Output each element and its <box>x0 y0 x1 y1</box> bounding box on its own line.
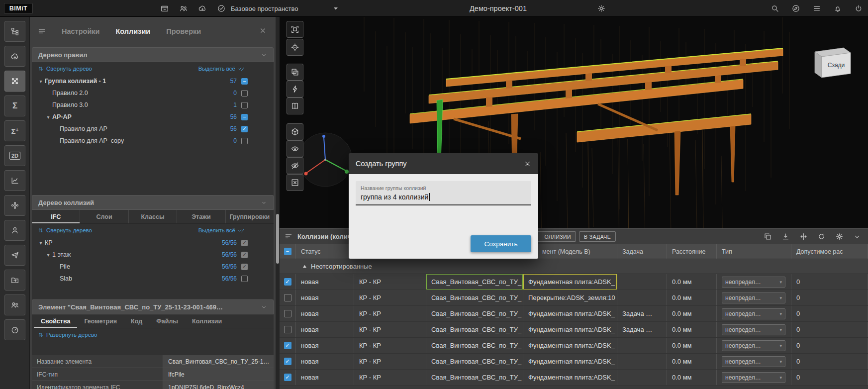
tree-item-checkbox[interactable] <box>241 102 248 108</box>
caret-down-icon[interactable]: ▾ <box>44 252 52 258</box>
chart-tool-button[interactable] <box>4 170 25 191</box>
tree-item[interactable]: Правило для АР56✓ <box>32 123 274 135</box>
tree-item-checkbox[interactable]: ✓ <box>241 240 248 246</box>
2d-view-tool-button[interactable]: 2D <box>4 145 25 166</box>
copy-button[interactable] <box>764 232 772 241</box>
model-tree-tool-button[interactable] <box>4 21 25 42</box>
group-name-input[interactable]: группа из 4 коллизий <box>361 193 526 201</box>
fit-columns-button[interactable] <box>799 232 808 241</box>
row-checkbox[interactable] <box>284 310 291 317</box>
check-circle-button[interactable] <box>215 2 228 15</box>
sections-tool-button[interactable] <box>287 97 303 114</box>
row-checkbox[interactable]: ✓ <box>284 358 291 365</box>
tab-IFC[interactable]: IFC <box>32 210 80 223</box>
eye-tool-button[interactable] <box>287 140 303 157</box>
tree-item[interactable]: Правило для АР_copy0 <box>32 135 274 147</box>
row-checkbox[interactable] <box>284 294 291 301</box>
user-tool-button[interactable] <box>4 220 25 241</box>
caret-down-icon[interactable]: ▾ <box>44 114 52 120</box>
row-checkbox[interactable] <box>284 326 291 333</box>
rules-tree-header[interactable]: Дерево правил <box>32 47 274 62</box>
collision-row[interactable]: новаяКР - КРСвая_Винтовая_СВС_по_ТУ_Пере… <box>280 290 868 306</box>
chevron-down-button[interactable] <box>853 233 861 241</box>
cloud-add-button[interactable] <box>196 2 209 15</box>
row-checkbox[interactable]: ✓ <box>284 342 291 349</box>
download-button[interactable] <box>781 232 790 241</box>
nav-cube[interactable]: Сзади <box>815 48 851 78</box>
caret-down-icon[interactable]: ▾ <box>37 79 45 84</box>
tree-item-checkbox[interactable]: ✓ <box>241 252 248 258</box>
refresh-button[interactable] <box>817 232 826 241</box>
focus-tool-button[interactable] <box>287 21 303 38</box>
tree-item[interactable]: Правило 2.00 <box>32 87 274 99</box>
type-dropdown[interactable]: неопредел…▾ <box>722 277 785 288</box>
collision-tool-button[interactable] <box>4 71 25 92</box>
export-folder-tool-button[interactable] <box>4 270 25 291</box>
tab-Файлы[interactable]: Файлы <box>149 314 185 328</box>
tree-item[interactable]: Правило 3.01 <box>32 99 274 111</box>
send-tool-button[interactable] <box>4 245 25 266</box>
collision-row[interactable]: ✓новаяКР - КРСвая_Винтовая_СВС_по_ТУ_Фун… <box>280 338 868 354</box>
tab-Классы[interactable]: Классы <box>129 210 177 223</box>
select-all-link[interactable]: Выделить всё <box>198 65 269 72</box>
close-icon[interactable] <box>524 160 531 168</box>
bell-button[interactable] <box>831 2 844 15</box>
tab-Настройки[interactable]: Настройки <box>62 27 100 35</box>
tab-Геометрия[interactable]: Геометрия <box>77 314 124 328</box>
collision-row[interactable]: ✓новаяКР - КРСвая_Винтовая_СВС_по_ТУ_Фун… <box>280 370 868 386</box>
collisions-tree-header[interactable]: Дерево коллизий <box>32 195 274 210</box>
tree-item-checkbox[interactable] <box>241 138 248 144</box>
close-box-tool-button[interactable] <box>287 174 303 191</box>
target-tool-button[interactable] <box>287 39 303 56</box>
tab-Коллизии[interactable]: Коллизии <box>185 314 229 328</box>
expand-tree-link[interactable]: Развернуть дерево <box>38 332 97 338</box>
settings-button[interactable] <box>835 232 844 241</box>
archive-button[interactable] <box>158 2 171 15</box>
tree-item-checkbox[interactable]: ✓ <box>241 264 248 270</box>
tree-item-checkbox[interactable]: − <box>241 78 248 85</box>
collapse-tree-link[interactable]: Свернуть дерево <box>38 66 92 72</box>
in-task-filter-button[interactable]: В ЗАДАЧЕ <box>579 231 616 242</box>
type-dropdown[interactable]: неопредел…▾ <box>722 324 785 335</box>
tab-Код[interactable]: Код <box>124 314 149 328</box>
collapse-tree-link[interactable]: Свернуть дерево <box>38 227 92 233</box>
workspace-selector[interactable]: Базовое пространство <box>231 0 338 17</box>
tree-item[interactable]: Pile56/56✓ <box>32 261 274 273</box>
type-dropdown[interactable]: неопредел…▾ <box>722 340 785 351</box>
power-button[interactable] <box>852 2 865 15</box>
axis-gizmo[interactable] <box>298 133 352 187</box>
tree-item-checkbox[interactable]: ✓ <box>241 126 248 132</box>
tab-Слои[interactable]: Слои <box>80 210 128 223</box>
element-header[interactable]: Элемент "Свая_Винтовая_СВС_по_ТУ_25-11-2… <box>32 299 274 314</box>
tree-item[interactable]: ▾Группа коллизий - 157− <box>32 75 274 87</box>
tab-Проверки[interactable]: Проверки <box>166 27 201 35</box>
tree-item-checkbox[interactable]: − <box>241 114 248 120</box>
gauge-tool-button[interactable] <box>4 319 25 340</box>
tree-item[interactable]: Slab56/56 <box>32 273 274 285</box>
row-checkbox[interactable]: ✓ <box>284 374 291 381</box>
select-all-link[interactable]: Выделить всё <box>198 227 269 234</box>
tree-item-checkbox[interactable] <box>241 276 248 282</box>
caret-down-icon[interactable]: ▾ <box>37 240 45 246</box>
save-button[interactable]: Сохранить <box>471 235 531 252</box>
collision-row[interactable]: ✓новаяКР - КРСвая_Винтовая_СВС_по_ТУ_Фун… <box>280 354 868 370</box>
eye-off-tool-button[interactable] <box>287 157 303 174</box>
tree-item[interactable]: ▾КР56/56✓ <box>32 237 274 249</box>
collision-row[interactable]: ✓новаяКР - КРСвая_Винтовая_СВС_по_ТУ_Фун… <box>280 274 868 290</box>
sum-tool-button[interactable]: Σ <box>4 96 25 116</box>
group-row[interactable]: Неотсортированные <box>280 259 868 274</box>
collision-row[interactable]: новаяКР - КРСвая_Винтовая_СВС_по_ТУ_Фунд… <box>280 306 868 322</box>
search-button[interactable] <box>769 2 781 15</box>
tab-Свойства[interactable]: Свойства <box>34 314 77 328</box>
tree-item[interactable]: ▾АР-АР56− <box>32 111 274 123</box>
tab-Этажи[interactable]: Этажи <box>177 210 225 223</box>
type-dropdown[interactable]: неопредел…▾ <box>722 292 785 303</box>
tree-item[interactable]: ▾1 этаж56/56✓ <box>32 249 274 261</box>
type-dropdown[interactable]: неопредел…▾ <box>722 356 785 367</box>
users-tool-button[interactable] <box>4 294 25 315</box>
tab-Группировки[interactable]: Группировки <box>226 210 274 223</box>
layers-tool-button[interactable] <box>287 64 303 81</box>
scrollbar-thumb[interactable] <box>276 214 279 264</box>
tab-Коллизии[interactable]: Коллизии <box>116 27 151 35</box>
project-settings-button[interactable] <box>595 2 608 15</box>
